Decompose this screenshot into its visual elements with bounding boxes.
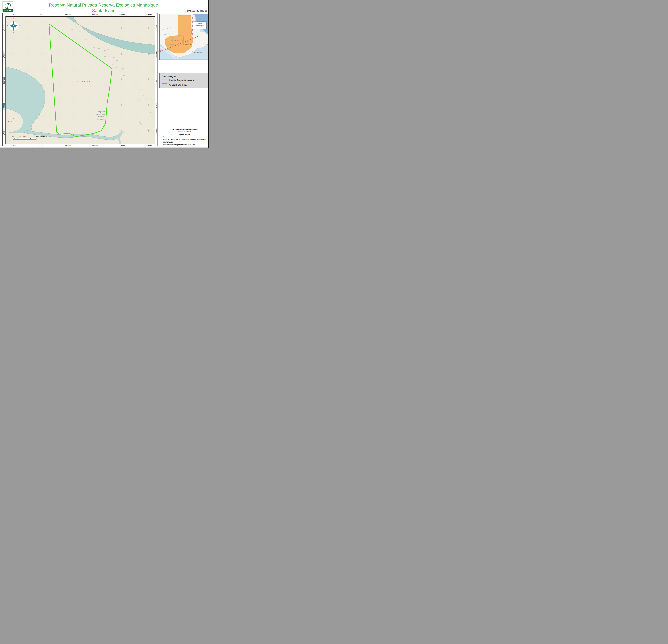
country-label: Guatemala: [169, 39, 183, 41]
peten-highlight: [178, 15, 192, 36]
compass-n-label: N: [13, 18, 14, 20]
y-tick-label: 1752000: [3, 127, 5, 137]
credits-source-line: Base de datos cartografía básica IGN 201…: [163, 143, 207, 146]
y-tick-label: 1756000: [3, 23, 5, 33]
svg-text:Punta de: Punta de: [97, 116, 104, 117]
document-code: DAGeos-485-2026-BS: [187, 10, 207, 12]
x-tick-label: 716000: [63, 144, 73, 146]
honduras-partial-label: Ho: [205, 43, 208, 45]
credits-line: Datum WGS84: [163, 133, 207, 136]
svg-text:territorial no: territorial no: [196, 24, 203, 26]
y-tick-label: 1753000: [3, 101, 5, 111]
legend-title: Simbología: [162, 75, 206, 78]
credits-line: Sistema de coordenadas proyectadas: [163, 128, 207, 130]
x-tick-label: 714000: [9, 14, 19, 15]
y-tick-label: 1755000: [3, 50, 5, 60]
x-tick-label: 716000: [63, 14, 73, 15]
scale-end-label: 0.88 Kilómetros: [34, 136, 48, 138]
scale-tick-label: 0: [12, 136, 14, 138]
inset-map-canvas: Guatemala Guatemala San Salvador Ho -721…: [160, 14, 208, 60]
page-title-line2: Santa Isabel: [37, 8, 171, 14]
conap-logo-text: CONAP: [3, 9, 13, 12]
svg-text:nta Isabel: nta Isabel: [6, 118, 14, 120]
x-tick-label: 718000: [117, 144, 127, 146]
legend-item-departmental: Límite Departamental: [162, 79, 206, 82]
compass-w-label: O: [6, 25, 8, 27]
locator-dot: [197, 36, 198, 37]
x-tick-label: 717000: [90, 14, 100, 15]
page-title: Reserva Natural Privada Reserva Ecológic…: [37, 2, 171, 14]
svg-text:resuelto: resuelto: [197, 26, 202, 28]
departmental-boundary-swatch: [162, 79, 167, 82]
x-tick-label: 714000: [9, 144, 19, 146]
compass-s-label: S: [13, 32, 14, 34]
ref-code-label: -721: [160, 49, 163, 51]
map-layout-page: CONAP Reserva Natural Privada Reserva Ec…: [0, 0, 209, 148]
legend-item-protected-area: Área protegida: [162, 83, 206, 86]
map-canvas: N S E O IZABAL Refugio de Vida Silvestre…: [5, 17, 155, 144]
y-tick-label: 1756000: [156, 23, 158, 33]
map-viewport: N S E O IZABAL Refugio de Vida Silvestre…: [5, 16, 155, 144]
protected-area-swatch: [162, 83, 167, 86]
x-tick-label: 715000: [36, 14, 46, 15]
page-title-line1: Reserva Natural Privada Reserva Ecológic…: [37, 2, 171, 8]
y-tick-label: 1754000: [156, 76, 158, 85]
x-tick-label: 715000: [36, 144, 46, 146]
svg-text:Refugio de: Refugio de: [97, 111, 105, 113]
capital-city-dot: [183, 44, 184, 45]
san-salvador-dot: [192, 51, 193, 52]
credits-line: Proyección GTM: [163, 130, 207, 133]
scale-tick-label: 0.22: [17, 136, 21, 138]
svg-text:Vida Silvestre: Vida Silvestre: [96, 113, 106, 115]
y-tick-label: 1755000: [156, 50, 158, 60]
capital-label: Guatemala: [185, 43, 192, 45]
san-salvador-label: San Salvador: [194, 51, 202, 53]
credits-source-line: Base de datos de la Dirección Análisis G…: [163, 138, 207, 143]
legend-item-label: Área protegida: [169, 83, 186, 86]
x-tick-label: 718000: [117, 14, 127, 15]
legend-panel: Simbología Límite Departamental Área pro…: [160, 73, 208, 88]
svg-text:Diferendo: Diferendo: [197, 22, 203, 24]
x-tick-label: 717000: [90, 144, 100, 146]
conap-emblem-icon: [3, 2, 12, 9]
x-tick-label: 719000: [144, 144, 154, 146]
y-tick-label: 1753000: [156, 101, 158, 111]
credits-source-heading: Fuente:: [163, 136, 207, 138]
svg-text:Manabique: Manabique: [96, 118, 105, 120]
scale-tick-label: 0.44: [23, 136, 27, 138]
y-tick-label: 1754000: [3, 76, 5, 85]
department-label: IZABAL: [77, 80, 92, 83]
y-tick-label: 1752000: [156, 127, 158, 137]
overview-inset-map: Guatemala Guatemala San Salvador Ho -721…: [160, 14, 208, 60]
compass-e-label: E: [19, 25, 20, 27]
credits-box: Sistema de coordenadas proyectadas Proye…: [161, 127, 208, 146]
conap-logo: CONAP: [2, 1, 13, 12]
legend-item-label: Límite Departamental: [169, 79, 195, 82]
svg-text:Caye: Caye: [8, 120, 12, 122]
x-tick-label: 719000: [144, 14, 154, 15]
